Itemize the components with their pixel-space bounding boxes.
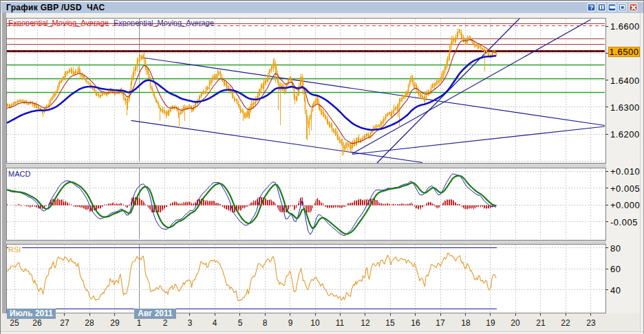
svg-text:?: ? (590, 3, 594, 11)
